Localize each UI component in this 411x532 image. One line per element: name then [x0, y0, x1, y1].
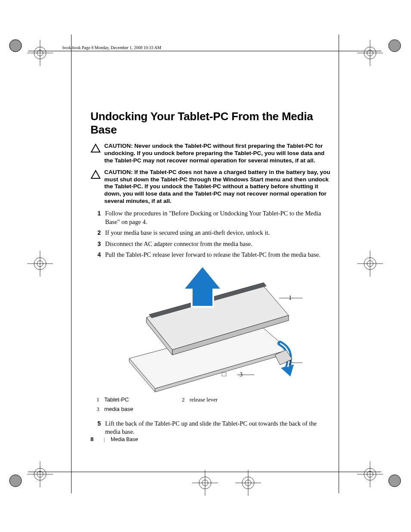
caution-block-2: CAUTION: If the Tablet-PC does not have …	[90, 169, 332, 205]
caution-text-1: CAUTION: Never undock the Tablet-PC with…	[104, 143, 332, 165]
steps-list-cont: 5Lift the back of the Tablet-PC up and s…	[90, 420, 332, 436]
caution-icon	[90, 170, 101, 181]
page-footer: 8 | Media Base	[90, 436, 138, 442]
legend-label-release-lever: release lever	[190, 396, 267, 403]
step-number: 4	[90, 251, 101, 259]
step-3: 3Disconnect the AC adapter connector fro…	[90, 240, 332, 249]
page-content: Undocking Your Tablet-PC From the Media …	[90, 50, 332, 439]
step-text: Lift the back of the Tablet-PC up and sl…	[105, 420, 332, 436]
tablet-undock-illustration	[108, 264, 314, 393]
caution-body: Never undock the Tablet-PC without first…	[104, 143, 324, 164]
svg-marker-37	[91, 144, 100, 152]
legend-label-media-base: media base	[104, 406, 182, 413]
register-mark-bottom-center	[190, 468, 220, 498]
callout-2: 2	[289, 359, 292, 366]
step-text: Pull the Tablet-PC release lever forward…	[105, 251, 321, 259]
register-mark-mid-right	[355, 249, 385, 279]
register-mark-top-right	[355, 38, 385, 68]
step-text: Follow the procedures in "Before Docking…	[105, 209, 332, 226]
register-mark-bottom-left	[25, 459, 55, 489]
step-number: 3	[90, 240, 101, 249]
crop-line-left	[71, 34, 72, 493]
register-mark-bottom-right	[355, 459, 385, 489]
svg-point-10	[389, 40, 401, 52]
step-number: 2	[90, 229, 101, 237]
svg-point-20	[389, 475, 401, 487]
svg-rect-52	[222, 373, 226, 376]
register-ornament-top-left	[8, 38, 23, 53]
callout-1: 1	[289, 295, 292, 302]
register-ornament-top-right	[387, 38, 402, 53]
svg-marker-38	[91, 171, 100, 178]
steps-list: 1Follow the procedures in "Before Dockin…	[90, 209, 332, 259]
register-mark-top-left	[25, 38, 55, 68]
crop-line-right	[339, 34, 339, 493]
register-mark-bottom-center-2	[233, 468, 263, 498]
register-ornament-bottom-left	[8, 473, 23, 488]
step-number: 1	[90, 209, 101, 226]
caution-text-2: CAUTION: If the Tablet-PC does not have …	[104, 169, 332, 205]
step-text: If your media base is secured using an a…	[105, 229, 270, 237]
footer-separator: |	[104, 436, 105, 442]
figure-legend: 1 Tablet-PC 2 release lever 3 media base	[97, 396, 332, 413]
step-1: 1Follow the procedures in "Before Dockin…	[90, 209, 332, 226]
step-2: 2If your media base is secured using an …	[90, 229, 332, 237]
undock-figure: 1 2 3	[90, 264, 332, 393]
footer-section: Media Base	[111, 436, 138, 442]
step-4: 4Pull the Tablet-PC release lever forwar…	[90, 251, 332, 259]
svg-point-15	[9, 475, 22, 487]
register-mark-mid-left	[25, 249, 55, 279]
callout-3: 3	[240, 371, 243, 378]
register-ornament-bottom-right	[387, 473, 402, 488]
caution-label: CAUTION:	[104, 143, 133, 149]
section-title: Undocking Your Tablet-PC From the Media …	[90, 110, 332, 137]
caution-label: CAUTION:	[104, 169, 133, 175]
page-number: 8	[90, 436, 93, 442]
step-5: 5Lift the back of the Tablet-PC up and s…	[90, 420, 332, 436]
legend-label-tablet-pc: Tablet-PC	[104, 396, 182, 403]
legend-num: 3	[97, 406, 104, 413]
step-text: Disconnect the AC adapter connector from…	[105, 240, 252, 249]
caution-icon	[90, 143, 101, 155]
legend-num: 2	[182, 396, 190, 403]
legend-num: 1	[97, 396, 104, 403]
caution-start-word: Start	[250, 176, 264, 183]
step-number: 5	[90, 420, 101, 436]
caution-block-1: CAUTION: Never undock the Tablet-PC with…	[90, 143, 332, 165]
